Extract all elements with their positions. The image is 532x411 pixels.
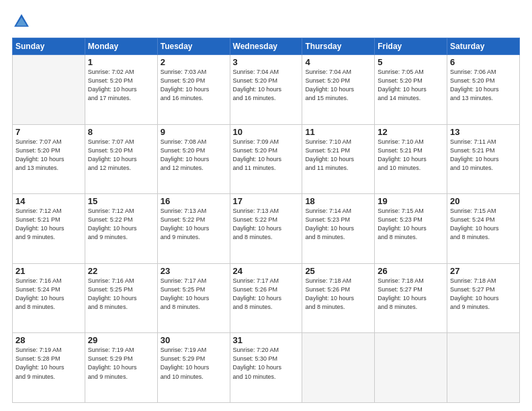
day-number: 14: [15, 196, 82, 206]
day-info: Sunrise: 7:17 AM Sunset: 5:25 PM Dayligh…: [161, 277, 227, 312]
day-number: 7: [15, 127, 82, 137]
day-number: 5: [378, 57, 444, 67]
day-info: Sunrise: 7:08 AM Sunset: 5:20 PM Dayligh…: [161, 138, 227, 173]
calendar-cell: 2Sunrise: 7:03 AM Sunset: 5:20 PM Daylig…: [157, 55, 230, 125]
calendar-cell: 18Sunrise: 7:14 AM Sunset: 5:23 PM Dayli…: [302, 194, 375, 264]
day-number: 15: [88, 196, 154, 206]
calendar-cell: 27Sunrise: 7:18 AM Sunset: 5:27 PM Dayli…: [447, 263, 520, 333]
weekday-header: Monday: [85, 38, 157, 55]
calendar-body: 1Sunrise: 7:02 AM Sunset: 5:20 PM Daylig…: [13, 55, 520, 403]
calendar-cell: 19Sunrise: 7:15 AM Sunset: 5:23 PM Dayli…: [375, 194, 447, 264]
calendar-cell: [13, 55, 85, 125]
calendar-cell: 12Sunrise: 7:10 AM Sunset: 5:21 PM Dayli…: [375, 124, 447, 194]
day-number: 11: [305, 127, 371, 137]
day-number: 23: [161, 266, 227, 276]
calendar-week-row: 7Sunrise: 7:07 AM Sunset: 5:20 PM Daylig…: [13, 124, 520, 194]
day-number: 25: [305, 266, 371, 276]
calendar-cell: 7Sunrise: 7:07 AM Sunset: 5:20 PM Daylig…: [13, 124, 85, 194]
calendar-cell: 16Sunrise: 7:13 AM Sunset: 5:22 PM Dayli…: [157, 194, 230, 264]
day-number: 3: [233, 57, 300, 67]
day-number: 4: [305, 57, 371, 67]
calendar: SundayMondayTuesdayWednesdayThursdayFrid…: [12, 38, 520, 403]
day-info: Sunrise: 7:03 AM Sunset: 5:20 PM Dayligh…: [161, 68, 227, 103]
weekday-header: Wednesday: [230, 38, 302, 55]
calendar-week-row: 1Sunrise: 7:02 AM Sunset: 5:20 PM Daylig…: [13, 55, 520, 125]
logo: [12, 12, 34, 31]
weekday-header: Friday: [375, 38, 447, 55]
calendar-cell: [447, 333, 520, 403]
day-number: 2: [161, 57, 227, 67]
day-info: Sunrise: 7:04 AM Sunset: 5:20 PM Dayligh…: [305, 68, 371, 103]
calendar-cell: [302, 333, 375, 403]
day-info: Sunrise: 7:14 AM Sunset: 5:23 PM Dayligh…: [305, 207, 371, 242]
calendar-cell: 11Sunrise: 7:10 AM Sunset: 5:21 PM Dayli…: [302, 124, 375, 194]
day-info: Sunrise: 7:12 AM Sunset: 5:22 PM Dayligh…: [88, 207, 154, 242]
day-number: 8: [88, 127, 154, 137]
day-number: 22: [88, 266, 154, 276]
calendar-cell: 14Sunrise: 7:12 AM Sunset: 5:21 PM Dayli…: [13, 194, 85, 264]
calendar-cell: [375, 333, 447, 403]
calendar-cell: 3Sunrise: 7:04 AM Sunset: 5:20 PM Daylig…: [230, 55, 302, 125]
weekday-header: Thursday: [302, 38, 375, 55]
day-number: 28: [15, 335, 82, 345]
day-number: 6: [450, 57, 517, 67]
day-info: Sunrise: 7:18 AM Sunset: 5:26 PM Dayligh…: [305, 277, 371, 312]
day-number: 31: [233, 335, 300, 345]
day-number: 10: [233, 127, 300, 137]
weekday-header: Tuesday: [157, 38, 230, 55]
day-number: 27: [450, 266, 517, 276]
calendar-cell: 25Sunrise: 7:18 AM Sunset: 5:26 PM Dayli…: [302, 263, 375, 333]
calendar-cell: 8Sunrise: 7:07 AM Sunset: 5:20 PM Daylig…: [85, 124, 157, 194]
day-info: Sunrise: 7:06 AM Sunset: 5:20 PM Dayligh…: [450, 68, 517, 103]
calendar-cell: 31Sunrise: 7:20 AM Sunset: 5:30 PM Dayli…: [230, 333, 302, 403]
day-number: 29: [88, 335, 154, 345]
calendar-cell: 23Sunrise: 7:17 AM Sunset: 5:25 PM Dayli…: [157, 263, 230, 333]
day-info: Sunrise: 7:13 AM Sunset: 5:22 PM Dayligh…: [233, 207, 300, 242]
day-info: Sunrise: 7:19 AM Sunset: 5:28 PM Dayligh…: [15, 346, 82, 381]
calendar-cell: 9Sunrise: 7:08 AM Sunset: 5:20 PM Daylig…: [157, 124, 230, 194]
day-info: Sunrise: 7:16 AM Sunset: 5:25 PM Dayligh…: [88, 277, 154, 312]
calendar-cell: 21Sunrise: 7:16 AM Sunset: 5:24 PM Dayli…: [13, 263, 85, 333]
day-number: 19: [378, 196, 444, 206]
day-number: 13: [450, 127, 517, 137]
calendar-cell: 6Sunrise: 7:06 AM Sunset: 5:20 PM Daylig…: [447, 55, 520, 125]
calendar-cell: 29Sunrise: 7:19 AM Sunset: 5:29 PM Dayli…: [85, 333, 157, 403]
day-info: Sunrise: 7:11 AM Sunset: 5:21 PM Dayligh…: [450, 138, 517, 173]
day-number: 24: [233, 266, 300, 276]
calendar-cell: 15Sunrise: 7:12 AM Sunset: 5:22 PM Dayli…: [85, 194, 157, 264]
day-number: 9: [161, 127, 227, 137]
day-number: 12: [378, 127, 444, 137]
day-info: Sunrise: 7:05 AM Sunset: 5:20 PM Dayligh…: [378, 68, 444, 103]
calendar-week-row: 21Sunrise: 7:16 AM Sunset: 5:24 PM Dayli…: [13, 263, 520, 333]
calendar-week-row: 28Sunrise: 7:19 AM Sunset: 5:28 PM Dayli…: [13, 333, 520, 403]
calendar-cell: 1Sunrise: 7:02 AM Sunset: 5:20 PM Daylig…: [85, 55, 157, 125]
calendar-cell: 17Sunrise: 7:13 AM Sunset: 5:22 PM Dayli…: [230, 194, 302, 264]
day-info: Sunrise: 7:10 AM Sunset: 5:21 PM Dayligh…: [305, 138, 371, 173]
header: [12, 12, 520, 31]
weekday-header: Sunday: [13, 38, 85, 55]
calendar-cell: 28Sunrise: 7:19 AM Sunset: 5:28 PM Dayli…: [13, 333, 85, 403]
day-info: Sunrise: 7:10 AM Sunset: 5:21 PM Dayligh…: [378, 138, 444, 173]
day-info: Sunrise: 7:15 AM Sunset: 5:23 PM Dayligh…: [378, 207, 444, 242]
day-info: Sunrise: 7:15 AM Sunset: 5:24 PM Dayligh…: [450, 207, 517, 242]
logo-icon: [12, 12, 31, 31]
day-info: Sunrise: 7:19 AM Sunset: 5:29 PM Dayligh…: [161, 346, 227, 381]
calendar-cell: 30Sunrise: 7:19 AM Sunset: 5:29 PM Dayli…: [157, 333, 230, 403]
day-info: Sunrise: 7:16 AM Sunset: 5:24 PM Dayligh…: [15, 277, 82, 312]
calendar-cell: 20Sunrise: 7:15 AM Sunset: 5:24 PM Dayli…: [447, 194, 520, 264]
calendar-header: SundayMondayTuesdayWednesdayThursdayFrid…: [13, 38, 520, 55]
day-number: 16: [161, 196, 227, 206]
day-info: Sunrise: 7:17 AM Sunset: 5:26 PM Dayligh…: [233, 277, 300, 312]
day-number: 30: [161, 335, 227, 345]
calendar-cell: 13Sunrise: 7:11 AM Sunset: 5:21 PM Dayli…: [447, 124, 520, 194]
day-info: Sunrise: 7:12 AM Sunset: 5:21 PM Dayligh…: [15, 207, 82, 242]
day-info: Sunrise: 7:02 AM Sunset: 5:20 PM Dayligh…: [88, 68, 154, 103]
day-info: Sunrise: 7:18 AM Sunset: 5:27 PM Dayligh…: [378, 277, 444, 312]
day-info: Sunrise: 7:04 AM Sunset: 5:20 PM Dayligh…: [233, 68, 300, 103]
day-number: 18: [305, 196, 371, 206]
day-info: Sunrise: 7:20 AM Sunset: 5:30 PM Dayligh…: [233, 346, 300, 381]
day-number: 20: [450, 196, 517, 206]
day-info: Sunrise: 7:18 AM Sunset: 5:27 PM Dayligh…: [450, 277, 517, 312]
calendar-cell: 4Sunrise: 7:04 AM Sunset: 5:20 PM Daylig…: [302, 55, 375, 125]
calendar-week-row: 14Sunrise: 7:12 AM Sunset: 5:21 PM Dayli…: [13, 194, 520, 264]
